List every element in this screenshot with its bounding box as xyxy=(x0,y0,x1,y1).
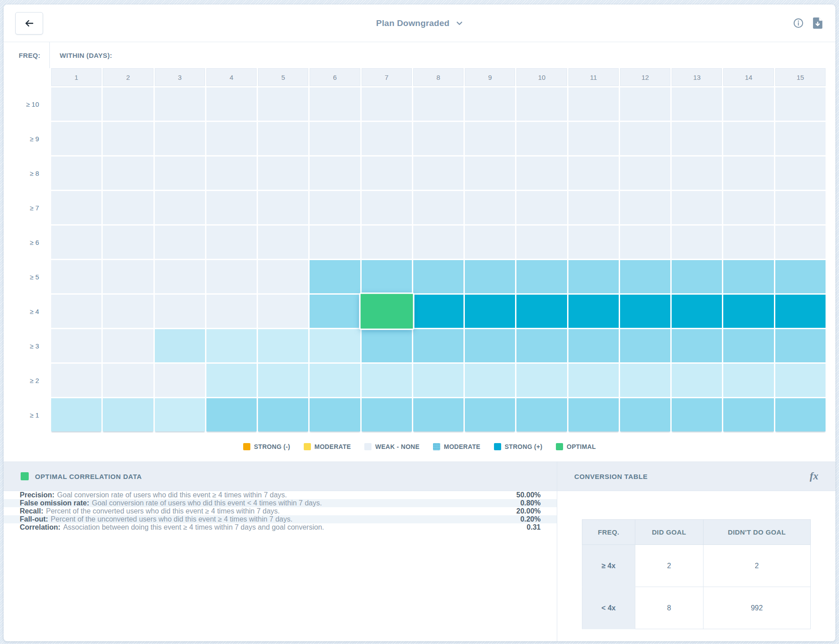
heatmap-cell[interactable] xyxy=(51,295,101,328)
heatmap-cell[interactable] xyxy=(516,122,567,155)
event-selector[interactable]: Plan Downgraded xyxy=(376,18,463,28)
heatmap-cell[interactable] xyxy=(775,398,826,431)
heatmap-cell[interactable] xyxy=(413,122,463,155)
heatmap-cell[interactable] xyxy=(206,226,257,259)
heatmap-cell[interactable] xyxy=(206,364,257,397)
heatmap-cell[interactable] xyxy=(51,87,101,121)
heatmap-cell[interactable] xyxy=(155,87,205,121)
heatmap-cell-optimal-selected[interactable] xyxy=(360,294,413,328)
formula-fx-button[interactable]: fx xyxy=(810,470,818,482)
heatmap-cell[interactable] xyxy=(155,329,205,362)
heatmap-cell[interactable] xyxy=(465,398,515,431)
heatmap-cell[interactable] xyxy=(206,157,257,190)
heatmap-cell[interactable] xyxy=(723,87,773,121)
heatmap-cell[interactable] xyxy=(103,364,153,397)
heatmap-cell[interactable] xyxy=(775,122,826,155)
heatmap-cell[interactable] xyxy=(413,226,463,259)
heatmap-cell[interactable] xyxy=(310,295,360,328)
heatmap-cell[interactable] xyxy=(362,398,412,431)
heatmap-cell[interactable] xyxy=(723,157,773,190)
heatmap-cell[interactable] xyxy=(568,157,619,190)
heatmap-cell[interactable] xyxy=(672,295,722,328)
heatmap-cell[interactable] xyxy=(51,398,101,431)
heatmap-cell[interactable] xyxy=(723,226,773,259)
heatmap-cell[interactable] xyxy=(206,191,257,224)
heatmap-cell[interactable] xyxy=(620,398,670,431)
heatmap-cell[interactable] xyxy=(51,260,101,293)
heatmap-cell[interactable] xyxy=(258,157,308,190)
heatmap-cell[interactable] xyxy=(362,226,412,259)
heatmap-cell[interactable] xyxy=(51,122,101,155)
heatmap-cell[interactable] xyxy=(723,191,773,224)
heatmap-cell[interactable] xyxy=(258,398,308,431)
heatmap-cell[interactable] xyxy=(672,157,722,190)
heatmap-cell[interactable] xyxy=(51,191,101,224)
heatmap-cell[interactable] xyxy=(258,122,308,155)
heatmap-cell[interactable] xyxy=(258,329,308,362)
heatmap-cell[interactable] xyxy=(568,260,619,293)
heatmap-cell[interactable] xyxy=(103,260,153,293)
heatmap-cell[interactable] xyxy=(775,260,826,293)
heatmap-cell[interactable] xyxy=(103,398,153,431)
heatmap-cell[interactable] xyxy=(310,329,360,362)
heatmap-cell[interactable] xyxy=(310,157,360,190)
heatmap-cell[interactable] xyxy=(155,226,205,259)
heatmap-cell[interactable] xyxy=(568,122,619,155)
heatmap-cell[interactable] xyxy=(775,191,826,224)
heatmap-cell[interactable] xyxy=(672,122,722,155)
heatmap-cell[interactable] xyxy=(620,329,670,362)
heatmap-cell[interactable] xyxy=(413,329,463,362)
heatmap-cell[interactable] xyxy=(103,122,153,155)
heatmap-cell[interactable] xyxy=(362,87,412,121)
heatmap-cell[interactable] xyxy=(516,87,567,121)
back-button[interactable] xyxy=(15,12,43,35)
heatmap-cell[interactable] xyxy=(413,87,463,121)
heatmap-cell[interactable] xyxy=(723,364,773,397)
heatmap-cell[interactable] xyxy=(155,398,205,431)
heatmap-cell[interactable] xyxy=(206,329,257,362)
heatmap-cell[interactable] xyxy=(620,260,670,293)
info-button[interactable] xyxy=(793,18,804,28)
heatmap-cell[interactable] xyxy=(103,157,153,190)
heatmap-cell[interactable] xyxy=(258,87,308,121)
heatmap-cell[interactable] xyxy=(103,295,153,328)
heatmap-cell[interactable] xyxy=(568,364,619,397)
heatmap-cell[interactable] xyxy=(620,122,670,155)
heatmap-cell[interactable] xyxy=(672,260,722,293)
heatmap-cell[interactable] xyxy=(362,157,412,190)
heatmap-cell[interactable] xyxy=(465,87,515,121)
heatmap-cell[interactable] xyxy=(516,226,567,259)
heatmap-cell[interactable] xyxy=(103,87,153,121)
heatmap-cell[interactable] xyxy=(155,295,205,328)
heatmap-cell[interactable] xyxy=(206,87,257,121)
heatmap-cell[interactable] xyxy=(206,122,257,155)
heatmap-cell[interactable] xyxy=(362,122,412,155)
heatmap-cell[interactable] xyxy=(155,157,205,190)
heatmap-cell[interactable] xyxy=(620,295,670,328)
heatmap-cell[interactable] xyxy=(206,398,257,431)
heatmap-cell[interactable] xyxy=(51,364,101,397)
heatmap-cell[interactable] xyxy=(516,329,567,362)
heatmap-cell[interactable] xyxy=(620,191,670,224)
heatmap-cell[interactable] xyxy=(568,398,619,431)
heatmap-cell[interactable] xyxy=(103,226,153,259)
heatmap-cell[interactable] xyxy=(775,157,826,190)
heatmap-cell[interactable] xyxy=(103,191,153,224)
heatmap-cell[interactable] xyxy=(516,398,567,431)
heatmap-cell[interactable] xyxy=(310,191,360,224)
heatmap-cell[interactable] xyxy=(103,329,153,362)
heatmap-cell[interactable] xyxy=(516,295,567,328)
heatmap-cell[interactable] xyxy=(516,157,567,190)
heatmap-cell[interactable] xyxy=(465,260,515,293)
heatmap-cell[interactable] xyxy=(672,364,722,397)
heatmap-cell[interactable] xyxy=(775,87,826,121)
heatmap-cell[interactable] xyxy=(258,226,308,259)
heatmap-cell[interactable] xyxy=(775,226,826,259)
heatmap-cell[interactable] xyxy=(672,329,722,362)
heatmap-cell[interactable] xyxy=(310,398,360,431)
heatmap-cell[interactable] xyxy=(465,122,515,155)
heatmap-cell[interactable] xyxy=(310,226,360,259)
heatmap-cell[interactable] xyxy=(155,122,205,155)
heatmap-cell[interactable] xyxy=(362,364,412,397)
heatmap-cell[interactable] xyxy=(516,364,567,397)
